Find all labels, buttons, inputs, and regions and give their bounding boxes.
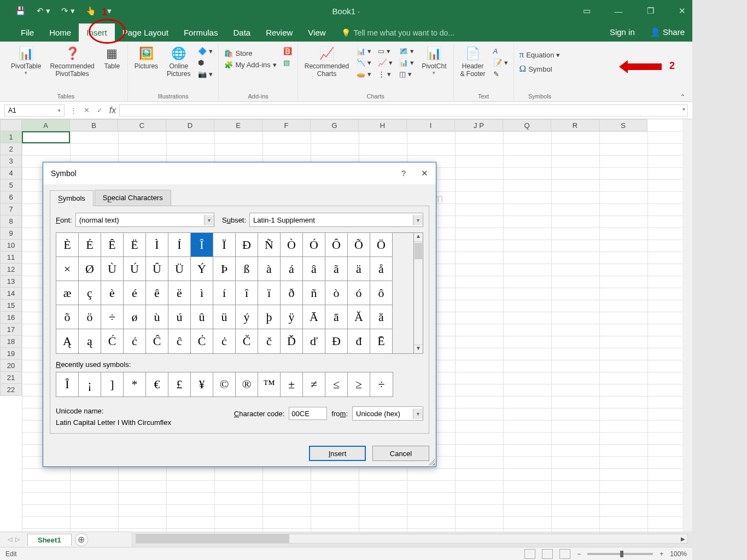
tab-file[interactable]: File: [13, 24, 42, 42]
store-button[interactable]: 🛍️Store: [222, 48, 278, 59]
char-cell[interactable]: ô: [370, 281, 393, 305]
select-all-corner[interactable]: [0, 119, 22, 131]
tab-data[interactable]: Data: [225, 24, 258, 42]
char-cell[interactable]: ë: [168, 281, 191, 305]
char-cell[interactable]: ñ: [303, 281, 325, 305]
char-cell[interactable]: Ď: [281, 329, 303, 353]
vertical-scrollbar[interactable]: [682, 119, 692, 532]
col-header[interactable]: J P: [455, 119, 503, 131]
font-select[interactable]: (normal text)▾: [75, 213, 214, 227]
close-icon[interactable]: ✕: [674, 3, 690, 19]
map-chart-button[interactable]: 🗺️▾: [397, 46, 416, 56]
char-cell[interactable]: ø: [124, 305, 146, 329]
char-cell[interactable]: ù: [146, 305, 168, 329]
recommended-pivottables-button[interactable]: ❓Recommended PivotTables: [46, 44, 97, 79]
row-header[interactable]: 22: [0, 384, 22, 396]
char-cell[interactable]: Ô: [325, 233, 348, 257]
row-header[interactable]: 20: [0, 360, 22, 372]
tab-special-characters[interactable]: Special Characters: [95, 190, 171, 206]
row-header[interactable]: 8: [0, 215, 22, 228]
equation-button[interactable]: πEquation ▾: [517, 48, 563, 61]
my-addins-button[interactable]: 🧩My Add-ins ▾: [222, 60, 278, 70]
row-header[interactable]: 17: [0, 324, 22, 336]
row-header[interactable]: 3: [0, 155, 22, 167]
char-cell[interactable]: Ú: [124, 257, 146, 281]
row-header[interactable]: 21: [0, 372, 22, 384]
zoom-level[interactable]: 100%: [670, 550, 687, 558]
char-cell[interactable]: å: [370, 257, 393, 281]
row-header[interactable]: 14: [0, 288, 22, 300]
char-cell[interactable]: Č: [236, 329, 258, 353]
recent-char-cell[interactable]: ±: [281, 372, 303, 396]
header-footer-button[interactable]: 📄Header & Footer: [457, 44, 489, 79]
shapes-button[interactable]: 🔷▾: [196, 46, 215, 56]
tab-home[interactable]: Home: [42, 24, 79, 42]
char-cell[interactable]: è: [101, 281, 124, 305]
char-cell[interactable]: ã: [325, 257, 348, 281]
scatter-chart-button[interactable]: ⋮▾: [376, 69, 395, 79]
char-cell[interactable]: â: [303, 257, 325, 281]
char-cell[interactable]: ă: [370, 305, 393, 329]
recent-char-cell[interactable]: Î: [56, 372, 79, 396]
zoom-slider[interactable]: [587, 553, 653, 555]
char-cell[interactable]: ü: [213, 305, 236, 329]
dialog-help-button[interactable]: ?: [401, 168, 406, 178]
char-cell[interactable]: Ö: [370, 233, 393, 257]
row-header[interactable]: 5: [0, 179, 22, 191]
recent-char-cell[interactable]: *: [124, 372, 146, 396]
column-chart-button[interactable]: 📊▾: [354, 46, 374, 56]
char-cell[interactable]: û: [191, 305, 213, 329]
char-cell[interactable]: ç: [79, 281, 101, 305]
row-header[interactable]: 12: [0, 264, 22, 276]
col-header[interactable]: S: [599, 119, 647, 131]
sheet-nav-prev-icon[interactable]: ◁: [8, 536, 12, 543]
char-cell[interactable]: Ą: [56, 329, 79, 353]
sign-in-button[interactable]: Sign in: [602, 23, 643, 42]
recent-char-cell[interactable]: ]: [101, 372, 124, 396]
sheet-nav-next-icon[interactable]: ▷: [15, 536, 20, 543]
resize-grip[interactable]: [428, 459, 435, 465]
char-cell[interactable]: ê: [146, 281, 168, 305]
char-cell[interactable]: ÷: [101, 305, 124, 329]
row-header[interactable]: 9: [0, 228, 22, 240]
tab-insert[interactable]: Insert: [79, 24, 115, 42]
char-cell[interactable]: Þ: [213, 257, 236, 281]
zoom-out-icon[interactable]: −: [577, 550, 581, 558]
line-chart-button[interactable]: 📉▾: [354, 57, 374, 68]
char-cell[interactable]: Û: [146, 257, 168, 281]
col-header[interactable]: F: [262, 119, 311, 131]
char-cell[interactable]: ä: [348, 257, 370, 281]
recent-char-cell[interactable]: ≠: [303, 372, 325, 396]
minimize-icon[interactable]: —: [610, 3, 627, 19]
char-cell[interactable]: ā: [325, 305, 348, 329]
char-cell[interactable]: ó: [348, 281, 370, 305]
char-cell[interactable]: Î: [191, 233, 213, 257]
char-cell[interactable]: é: [124, 281, 146, 305]
row-header[interactable]: 1: [0, 131, 22, 143]
char-cell[interactable]: Ì: [146, 233, 168, 257]
char-cell[interactable]: Đ: [325, 329, 348, 353]
bar-chart-button[interactable]: ▭▾: [376, 46, 395, 56]
tell-me-search[interactable]: 💡Tell me what you want to do...: [334, 24, 462, 42]
screenshot-button[interactable]: 📷▾: [196, 69, 215, 79]
char-cell[interactable]: Ü: [168, 257, 191, 281]
horizontal-scrollbar[interactable]: ◀ ▶: [136, 534, 688, 544]
char-code-input[interactable]: [289, 407, 327, 420]
from-select[interactable]: Unicode (hex)▾: [352, 406, 423, 421]
char-cell[interactable]: Í: [168, 233, 191, 257]
char-cell[interactable]: ×: [56, 257, 79, 281]
char-cell[interactable]: Õ: [348, 233, 370, 257]
row-header[interactable]: 15: [0, 300, 22, 312]
char-cell[interactable]: Ó: [303, 233, 325, 257]
pivottable-button[interactable]: 📊PivotTable▾: [8, 44, 44, 77]
recent-char-cell[interactable]: ®: [236, 372, 258, 396]
tab-review[interactable]: Review: [258, 24, 300, 42]
page-break-view-button[interactable]: [559, 549, 570, 559]
char-cell[interactable]: È: [56, 233, 79, 257]
row-header[interactable]: 19: [0, 348, 22, 360]
recent-char-cell[interactable]: ≥: [348, 372, 370, 396]
char-cell[interactable]: Ă: [348, 305, 370, 329]
char-cell[interactable]: Ï: [213, 233, 236, 257]
char-cell[interactable]: Ý: [191, 257, 213, 281]
row-header[interactable]: 18: [0, 336, 22, 348]
